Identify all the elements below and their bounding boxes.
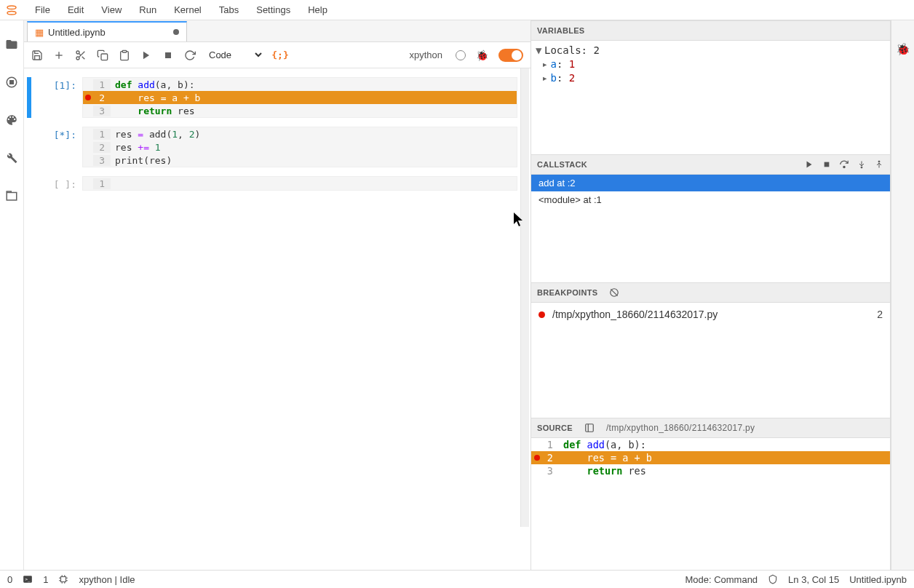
notebook-panel: ▦ Untitled.ipynb Code {;} xpython 🐞 [1]:… — [24, 20, 531, 570]
wrench-icon[interactable] — [5, 151, 18, 164]
restart-icon[interactable] — [184, 49, 196, 61]
jupyter-logo — [4, 3, 19, 17]
render-icon[interactable]: {;} — [274, 49, 286, 61]
open-source-icon[interactable] — [584, 423, 595, 433]
right-sidebar: 🐞 — [891, 20, 914, 570]
kernel-chip-icon[interactable] — [58, 574, 68, 584]
copy-icon[interactable] — [97, 49, 108, 61]
step-over-icon[interactable] — [839, 159, 849, 170]
code-cell[interactable]: [1]:1def add(a, b):2 res = a + b3 return… — [24, 76, 530, 119]
source-body[interactable]: 1def add(a, b):2 res = a + b3 return res — [531, 438, 890, 570]
terminate-icon[interactable] — [822, 159, 832, 170]
add-cell-icon[interactable] — [53, 49, 65, 61]
menu-file[interactable]: File — [26, 0, 59, 20]
tab-notebook[interactable]: ▦ Untitled.ipynb — [27, 21, 187, 41]
callstack-body[interactable]: add at :2<module> at :1 — [531, 175, 890, 282]
menubar: FileEditViewRunKernelTabsSettingsHelp — [0, 0, 914, 20]
source-path: /tmp/xpython_18660/2114632017.py — [606, 423, 755, 433]
breakpoints-header: BREAKPOINTS — [531, 282, 890, 303]
svg-marker-14 — [143, 51, 149, 59]
callstack-frame[interactable]: add at :2 — [531, 175, 890, 191]
step-out-icon[interactable] — [874, 159, 884, 170]
variables-body[interactable]: ▼Locals: 2 ▸a: 1 ▸b: 2 — [531, 41, 890, 154]
notebook-toolbar: Code {;} xpython 🐞 — [24, 42, 530, 68]
svg-line-24 — [611, 289, 618, 295]
breakpoint-dot-icon — [539, 311, 545, 318]
svg-rect-15 — [165, 52, 171, 58]
trusted-icon[interactable] — [768, 574, 778, 584]
status-terminals[interactable]: 1 — [43, 574, 48, 585]
debug-bug-icon: 🐞 — [476, 49, 488, 61]
breakpoint-icon[interactable] — [534, 455, 540, 461]
cell-editor[interactable]: 1def add(a, b):2 res = a + b3 return res — [82, 77, 517, 118]
stop-icon[interactable] — [162, 49, 174, 61]
notebook-body[interactable]: [1]:1def add(a, b):2 res = a + b3 return… — [24, 68, 530, 570]
svg-text:>_: >_ — [25, 577, 31, 582]
status-pos[interactable]: Ln 3, Col 15 — [788, 574, 839, 585]
svg-rect-12 — [101, 54, 108, 60]
activity-bar — [0, 20, 24, 570]
status-count[interactable]: 0 — [7, 574, 12, 585]
tab-bar: ▦ Untitled.ipynb — [24, 20, 530, 42]
status-mode[interactable]: Mode: Command — [685, 574, 758, 585]
menu-edit[interactable]: Edit — [59, 0, 92, 20]
menu-run[interactable]: Run — [130, 0, 165, 20]
menu-kernel[interactable]: Kernel — [165, 0, 210, 20]
dirty-indicator-icon — [173, 29, 179, 35]
cell-prompt: [*]: — [36, 127, 82, 167]
scrollbar[interactable] — [520, 68, 529, 527]
breakpoint-icon[interactable] — [85, 95, 91, 100]
callstack-frame[interactable]: <module> at :1 — [531, 191, 890, 208]
breakpoint-row[interactable]: /tmp/xpython_18660/2114632017.py2 — [531, 303, 890, 326]
callstack-header: CALLSTACK — [531, 154, 890, 175]
menu-help[interactable]: Help — [299, 0, 336, 20]
variable-row[interactable]: ▸b: 2 — [536, 71, 886, 85]
celltype-select[interactable]: Code — [206, 49, 264, 61]
kernel-status-icon[interactable] — [456, 50, 466, 60]
tab-title: Untitled.ipynb — [48, 27, 106, 38]
status-file[interactable]: Untitled.ipynb — [849, 574, 907, 585]
code-cell[interactable]: [ ]:1 — [24, 175, 530, 192]
svg-rect-25 — [586, 424, 594, 432]
svg-point-18 — [843, 166, 845, 167]
menu-settings[interactable]: Settings — [247, 0, 299, 20]
kernel-name[interactable]: xpython — [409, 49, 442, 60]
svg-rect-29 — [61, 577, 66, 582]
svg-point-0 — [7, 6, 16, 9]
svg-line-10 — [82, 56, 85, 59]
palette-icon[interactable] — [5, 114, 18, 127]
menu-tabs[interactable]: Tabs — [210, 0, 247, 20]
svg-point-1 — [7, 11, 16, 15]
paste-icon[interactable] — [119, 49, 130, 61]
cell-editor[interactable]: 1 — [82, 176, 517, 191]
svg-rect-4 — [7, 193, 17, 201]
variable-row[interactable]: ▸a: 1 — [536, 57, 886, 71]
running-icon[interactable] — [5, 76, 18, 89]
terminal-icon[interactable]: >_ — [23, 574, 33, 584]
svg-point-22 — [878, 161, 880, 162]
cell-prompt: [1]: — [36, 77, 82, 118]
debugger-panel: VARIABLES ▼Locals: 2 ▸a: 1 ▸b: 2 CALLSTA… — [531, 20, 891, 570]
save-icon[interactable] — [31, 49, 43, 61]
folder-icon[interactable] — [5, 38, 18, 51]
breakpoints-body[interactable]: /tmp/xpython_18660/2114632017.py2 — [531, 303, 890, 418]
clear-breakpoints-icon[interactable] — [609, 287, 619, 298]
step-into-icon[interactable] — [857, 159, 867, 170]
svg-rect-17 — [824, 162, 830, 167]
debug-toggle[interactable] — [498, 49, 523, 62]
status-kernel[interactable]: xpython | Idle — [79, 574, 135, 585]
debugger-tab-icon[interactable]: 🐞 — [896, 42, 910, 570]
svg-line-11 — [79, 53, 81, 55]
cell-editor[interactable]: 1res = add(1, 2)2res += 13print(res) — [82, 127, 517, 167]
cut-icon[interactable] — [75, 49, 87, 61]
menu-view[interactable]: View — [92, 0, 130, 20]
status-bar: 0 >_ 1 xpython | Idle Mode: Command Ln 3… — [0, 570, 914, 588]
source-header: SOURCE /tmp/xpython_18660/2114632017.py — [531, 418, 890, 438]
continue-icon[interactable] — [804, 159, 814, 170]
run-icon[interactable] — [140, 49, 152, 61]
cell-prompt: [ ]: — [36, 176, 82, 191]
tabs-icon[interactable] — [5, 189, 18, 202]
code-cell[interactable]: [*]:1res = add(1, 2)2res += 13print(res) — [24, 125, 530, 169]
notebook-file-icon: ▦ — [35, 27, 44, 38]
variables-header: VARIABLES — [531, 20, 890, 41]
